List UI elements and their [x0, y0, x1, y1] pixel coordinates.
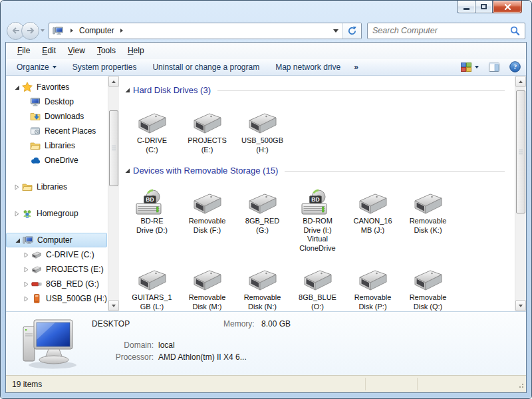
- sidebar-item-recent-places[interactable]: Recent Places: [6, 124, 107, 138]
- scroll-down-button[interactable]: [515, 300, 526, 311]
- drive-item-removable-disk-f[interactable]: RemovableDisk (F:): [180, 185, 235, 253]
- drive-label: USB_500GB(H:): [241, 136, 283, 154]
- triangle-down-icon: [112, 305, 116, 307]
- downloads-icon: [30, 111, 41, 122]
- close-button[interactable]: [493, 1, 522, 13]
- menu-item-edit[interactable]: Edit: [36, 44, 62, 57]
- sidebar-item-8gb-red-g[interactable]: 8GB_RED (G:): [6, 277, 107, 291]
- computer-icon: [53, 25, 63, 36]
- breadcrumb-item-computer[interactable]: Computer: [78, 25, 116, 37]
- search-input[interactable]: [368, 26, 509, 35]
- drive-label: RemovableDisk (Q:): [410, 293, 447, 311]
- drive-item-removable-disk-m[interactable]: RemovableDisk (M:): [180, 261, 235, 311]
- collapsed-triangle-icon[interactable]: [23, 267, 31, 273]
- toolbar-button-uninstall-or-change-a-program[interactable]: Uninstall or change a program: [144, 60, 267, 74]
- sidebar-item-desktop[interactable]: Desktop: [6, 94, 107, 109]
- hdd-icon: [136, 267, 169, 293]
- section-title: Hard Disk Drives (3): [132, 85, 212, 95]
- scroll-up-button[interactable]: [515, 76, 526, 87]
- views-button[interactable]: [461, 63, 479, 72]
- processor-label: Processor:: [92, 352, 154, 362]
- sidebar-item-downloads[interactable]: Downloads: [6, 109, 107, 124]
- domain-info: Domain:local: [92, 340, 175, 350]
- drive-item-removable-disk-k[interactable]: RemovableDisk (K:): [400, 185, 456, 253]
- search-box[interactable]: [367, 23, 525, 39]
- minimize-button[interactable]: [457, 1, 475, 13]
- sidebar-scrollbar[interactable]: [108, 76, 119, 311]
- content-section: Devices with Removable Storage (15) BD B…: [124, 164, 509, 311]
- collapsed-triangle-icon[interactable]: [23, 296, 31, 302]
- drive-label: 8GB_BLUE(O:): [299, 293, 336, 311]
- resize-grip[interactable]: [517, 381, 524, 390]
- menu-item-view[interactable]: View: [62, 44, 91, 57]
- hdd-icon: [191, 191, 224, 216]
- help-button[interactable]: ?: [509, 61, 521, 72]
- drive-item-8gb-red-g[interactable]: 8GB_RED(G:): [235, 185, 290, 253]
- section-items: C-DRIVE(C:) PROJECTS(E:) USB_500GB(H:): [124, 104, 509, 163]
- drive-item-bd-re-drive-d[interactable]: BD BD-REDrive (D:): [124, 185, 180, 253]
- collapsed-triangle-icon[interactable]: [23, 281, 31, 287]
- toolbar-overflow-button[interactable]: »: [348, 60, 364, 74]
- toolbar-button-map-network-drive[interactable]: Map network drive: [267, 60, 348, 74]
- drive-label: BD-ROMDrive (I:)VirtualCloneDrive: [299, 217, 335, 253]
- desktop-icon: [30, 96, 41, 107]
- drive-label: C-DRIVE(C:): [137, 136, 167, 154]
- breadcrumb-chevron-icon[interactable]: [120, 29, 123, 33]
- drive-label: RemovableDisk (N:): [244, 293, 281, 311]
- menu-item-file[interactable]: File: [11, 44, 36, 57]
- expanded-triangle-icon[interactable]: [15, 237, 23, 243]
- scrollbar-thumb[interactable]: [109, 110, 118, 186]
- star-icon: [22, 82, 33, 92]
- breadcrumb-chevron-icon[interactable]: [70, 29, 73, 33]
- collapsed-triangle-icon[interactable]: [23, 252, 31, 258]
- address-dropdown-button[interactable]: [329, 23, 342, 39]
- sidebar-item-favorites[interactable]: Favorites: [6, 80, 107, 94]
- drive-item-8gb-blue-o[interactable]: 8GB_BLUE(O:): [290, 261, 345, 311]
- sidebar-item-computer[interactable]: Computer: [6, 233, 107, 247]
- drive-item-projects-e[interactable]: PROJECTS(E:): [180, 104, 235, 154]
- sidebar-item-homegroup[interactable]: Homegroup: [6, 206, 107, 221]
- section-expander[interactable]: [124, 87, 132, 93]
- scrollbar-thumb[interactable]: [516, 90, 525, 213]
- content-scrollbar[interactable]: [515, 76, 526, 311]
- scroll-down-button[interactable]: [108, 300, 119, 311]
- menu-item-help[interactable]: Help: [122, 44, 150, 57]
- toolbar-button-system-properties[interactable]: System properties: [65, 60, 145, 74]
- sidebar-item-libraries[interactable]: Libraries: [6, 138, 107, 153]
- drive-label: RemovableDisk (M:): [189, 293, 226, 311]
- drive-item-c-drive-c[interactable]: C-DRIVE(C:): [124, 104, 180, 154]
- maximize-button[interactable]: [475, 1, 493, 13]
- section-header: Hard Disk Drives (3): [124, 84, 509, 96]
- expanded-triangle-icon[interactable]: [14, 84, 22, 90]
- hard-drive-icon: [136, 104, 169, 136]
- collapsed-triangle-icon[interactable]: [14, 184, 22, 190]
- sidebar-item-usb-500gb-h[interactable]: USB_500GB (H:): [6, 291, 107, 306]
- section-rule: [285, 171, 505, 172]
- drive-item-usb-500gb-h[interactable]: USB_500GB(H:): [235, 104, 290, 154]
- usb-orange-icon: [31, 293, 42, 304]
- history-dropdown-button[interactable]: [39, 22, 46, 40]
- menu-item-tools[interactable]: Tools: [91, 44, 122, 57]
- address-bar[interactable]: Computer: [49, 23, 362, 39]
- refresh-button[interactable]: [342, 23, 361, 39]
- computer-name: DESKTOP: [92, 319, 130, 329]
- sidebar-item-onedrive[interactable]: OneDrive: [6, 153, 107, 168]
- collapsed-triangle-icon[interactable]: [14, 211, 22, 217]
- sidebar-item-c-drive-c[interactable]: C-DRIVE (C:): [6, 247, 107, 262]
- hard-drive-icon: [191, 261, 224, 293]
- section-expander[interactable]: [124, 168, 132, 174]
- drive-item-removable-disk-q[interactable]: RemovableDisk (Q:): [400, 261, 456, 311]
- search-icon[interactable]: [509, 26, 525, 36]
- drive-item-removable-disk-p[interactable]: RemovableDisk (P:): [345, 261, 400, 311]
- forward-button[interactable]: [21, 22, 39, 40]
- preview-pane-button[interactable]: [489, 63, 499, 72]
- drive-item-canon-16-mb-j[interactable]: CANON_16MB (J:): [345, 185, 400, 253]
- drive-item-bd-rom-drive-i-virtual-clonedrive[interactable]: BD BD-ROMDrive (I:)VirtualCloneDrive: [290, 185, 345, 253]
- sidebar-item-projects-e[interactable]: PROJECTS (E:): [6, 262, 107, 277]
- drive-item-guitars-1-gb-l[interactable]: GUITARS_1GB (L:): [124, 261, 180, 311]
- toolbar-button-organize[interactable]: Organize: [9, 60, 65, 74]
- drive-item-removable-disk-n[interactable]: RemovableDisk (N:): [235, 261, 290, 311]
- scroll-up-button[interactable]: [108, 76, 119, 87]
- folder-icon: [30, 140, 41, 151]
- sidebar-item-libraries[interactable]: Libraries: [6, 180, 107, 194]
